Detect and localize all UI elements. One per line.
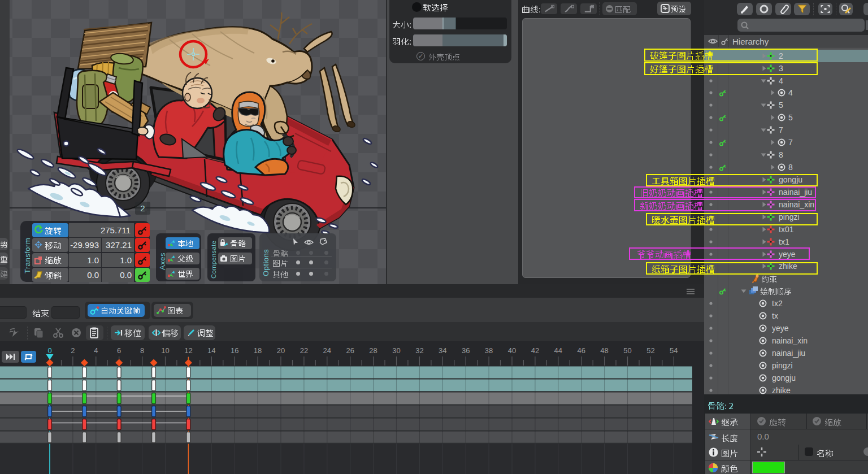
svg-text:28: 28 xyxy=(369,346,377,355)
svg-text:16: 16 xyxy=(231,346,238,355)
svg-text:54: 54 xyxy=(670,346,678,355)
svg-text:20: 20 xyxy=(277,346,285,355)
svg-text:32: 32 xyxy=(415,346,423,355)
svg-text:48: 48 xyxy=(600,346,608,355)
svg-text:10: 10 xyxy=(161,346,169,355)
svg-text:36: 36 xyxy=(462,346,470,355)
svg-text:14: 14 xyxy=(207,346,215,355)
svg-text:44: 44 xyxy=(554,346,562,355)
svg-text:50: 50 xyxy=(623,346,631,355)
svg-text:38: 38 xyxy=(485,346,493,355)
svg-text:46: 46 xyxy=(577,346,585,355)
svg-text:4: 4 xyxy=(94,346,98,355)
svg-text:30: 30 xyxy=(392,346,400,355)
svg-text:2: 2 xyxy=(71,346,75,355)
svg-text:22: 22 xyxy=(300,346,308,355)
svg-text:42: 42 xyxy=(531,346,539,355)
svg-text:6: 6 xyxy=(117,346,121,355)
svg-text:24: 24 xyxy=(323,346,331,355)
svg-text:0: 0 xyxy=(47,346,51,355)
svg-text:8: 8 xyxy=(140,346,144,355)
svg-text:34: 34 xyxy=(439,346,446,355)
svg-text:40: 40 xyxy=(508,346,516,355)
svg-text:12: 12 xyxy=(184,346,192,355)
svg-text:52: 52 xyxy=(646,346,654,355)
svg-text:26: 26 xyxy=(346,346,354,355)
svg-text:18: 18 xyxy=(254,346,262,355)
